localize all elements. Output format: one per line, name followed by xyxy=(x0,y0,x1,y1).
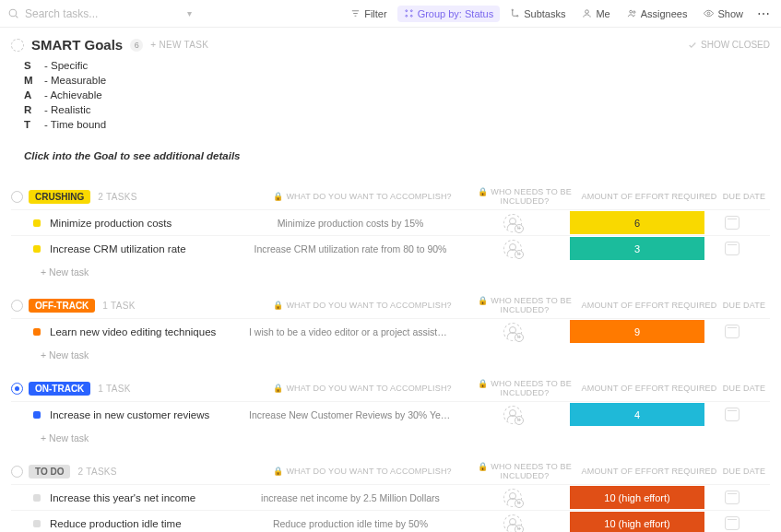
subtasks-label: Subtasks xyxy=(524,8,565,19)
task-effort[interactable]: 10 (high effort) xyxy=(568,512,706,532)
col-head-accomplish: 🔒WHAT DO YOU WANT TO ACCOMPLISH? xyxy=(255,384,469,393)
collapse-toggle[interactable] xyxy=(11,191,23,203)
task-row[interactable]: Minimize production costsMinimize produc… xyxy=(11,209,770,235)
task-who[interactable]: + xyxy=(457,214,568,232)
search-input[interactable] xyxy=(25,7,136,20)
task-accomplish: Minimize production costs by 15% xyxy=(243,218,457,229)
hint-text: Click into the Goal to see additional de… xyxy=(11,137,770,172)
show-button[interactable]: Show xyxy=(697,6,750,22)
assignees-label: Assignees xyxy=(641,8,688,19)
new-task-row[interactable]: + New task xyxy=(11,344,770,364)
group-head: OFF-TRACK1 TASK🔒WHAT DO YOU WANT TO ACCO… xyxy=(11,292,770,318)
task-row[interactable]: Increase this year's net incomeincrease … xyxy=(11,484,770,510)
status-pill[interactable]: TO DO xyxy=(29,465,70,479)
svg-point-9 xyxy=(512,9,513,10)
smart-word: - Achievable xyxy=(44,89,102,100)
new-task-row[interactable]: + New task xyxy=(11,427,770,447)
status-pill[interactable]: ON-TRACK xyxy=(29,382,90,396)
smart-word: - Realistic xyxy=(44,104,90,115)
effort-value: 4 xyxy=(570,403,704,426)
subtasks-button[interactable]: Subtasks xyxy=(503,6,572,22)
task-due[interactable] xyxy=(706,516,758,530)
task-accomplish: Reduce production idle time by 50% xyxy=(243,518,457,529)
new-task-link[interactable]: + NEW TASK xyxy=(150,40,208,50)
task-who[interactable]: + xyxy=(457,406,568,424)
groupby-label: Group by: Status xyxy=(418,8,494,19)
task-row[interactable]: Increase in new customer reviewsIncrease… xyxy=(11,401,770,427)
task-due[interactable] xyxy=(706,408,758,421)
show-closed-label: SHOW CLOSED xyxy=(701,40,770,50)
plus-icon: + xyxy=(515,416,524,425)
task-who[interactable]: + xyxy=(457,240,568,258)
task-due[interactable] xyxy=(706,216,758,230)
show-label: Show xyxy=(717,8,743,19)
task-effort[interactable]: 6 xyxy=(568,211,706,234)
status-ring-icon[interactable] xyxy=(11,39,24,52)
effort-value: 10 (high effort) xyxy=(570,512,704,532)
me-button[interactable]: Me xyxy=(575,6,616,22)
task-due[interactable] xyxy=(706,242,758,255)
task-accomplish: I wish to be a video editor or a project… xyxy=(243,326,457,337)
lock-icon: 🔒 xyxy=(273,467,283,476)
avatar-empty-icon: + xyxy=(503,489,522,507)
smart-list: S- SpecificM- MeasurableA- AchievableR- … xyxy=(11,56,770,137)
status-pill[interactable]: OFF-TRACK xyxy=(29,299,95,313)
plus-icon: + xyxy=(515,499,524,508)
task-effort[interactable]: 4 xyxy=(568,403,706,426)
task-name: Increase CRM utilization rate xyxy=(50,243,243,254)
group-task-count: 2 TASKS xyxy=(98,192,136,202)
collapse-toggle[interactable] xyxy=(11,466,23,478)
task-count-badge: 6 xyxy=(130,39,143,52)
smart-letter: R xyxy=(24,104,37,115)
lock-icon: 🔒 xyxy=(478,296,488,305)
smart-letter: T xyxy=(24,119,37,130)
task-effort[interactable]: 9 xyxy=(568,320,706,343)
status-pill[interactable]: CRUSHING xyxy=(29,190,90,204)
svg-point-14 xyxy=(708,12,711,15)
col-head-accomplish: 🔒WHAT DO YOU WANT TO ACCOMPLISH? xyxy=(255,301,469,310)
smart-letter: S xyxy=(24,60,37,71)
smart-row: R- Realistic xyxy=(24,102,770,117)
collapse-toggle[interactable] xyxy=(11,383,23,395)
chevron-down-icon[interactable]: ▾ xyxy=(187,8,192,18)
toolbar: Filter Group by: Status Subtasks Me Assi… xyxy=(344,6,774,22)
task-row[interactable]: Learn new video editing techniquesI wish… xyxy=(11,318,770,344)
column-heads: 🔒WHAT DO YOU WANT TO ACCOMPLISH?🔒WHO NEE… xyxy=(255,379,770,397)
task-effort[interactable]: 10 (high effort) xyxy=(568,486,706,509)
subtasks-icon xyxy=(510,8,520,18)
task-effort[interactable]: 3 xyxy=(568,237,706,260)
svg-point-7 xyxy=(410,10,412,12)
group-icon xyxy=(404,8,414,18)
task-row[interactable]: Increase CRM utilization rateIncrease CR… xyxy=(11,235,770,261)
search-icon xyxy=(7,7,19,19)
col-head-due: DUE DATE xyxy=(718,192,770,201)
plus-icon: + xyxy=(515,224,524,233)
column-heads: 🔒WHAT DO YOU WANT TO ACCOMPLISH?🔒WHO NEE… xyxy=(255,187,770,206)
task-group: CRUSHING2 TASKS🔒WHAT DO YOU WANT TO ACCO… xyxy=(11,183,770,281)
task-status-dot xyxy=(33,328,41,336)
show-closed-button[interactable]: SHOW CLOSED xyxy=(688,40,770,50)
lock-icon: 🔒 xyxy=(273,192,283,201)
collapse-toggle[interactable] xyxy=(11,300,23,312)
avatar-empty-icon: + xyxy=(503,240,522,258)
groupby-button[interactable]: Group by: Status xyxy=(397,6,501,22)
effort-value: 9 xyxy=(570,320,704,343)
svg-line-1 xyxy=(16,16,18,18)
svg-point-6 xyxy=(405,15,407,17)
calendar-icon xyxy=(725,242,740,255)
assignees-button[interactable]: Assignees xyxy=(621,6,694,22)
plus-icon: + xyxy=(515,525,524,533)
task-who[interactable]: + xyxy=(457,323,568,341)
task-row[interactable]: Reduce production idle timeReduce produc… xyxy=(11,510,770,532)
lock-icon: 🔒 xyxy=(478,379,488,388)
filter-button[interactable]: Filter xyxy=(344,6,393,22)
column-heads: 🔒WHAT DO YOU WANT TO ACCOMPLISH?🔒WHO NEE… xyxy=(255,462,770,480)
group-head: CRUSHING2 TASKS🔒WHAT DO YOU WANT TO ACCO… xyxy=(11,183,770,209)
new-task-row[interactable]: + New task xyxy=(11,261,770,281)
column-heads: 🔒WHAT DO YOU WANT TO ACCOMPLISH?🔒WHO NEE… xyxy=(255,296,770,314)
task-who[interactable]: + xyxy=(457,514,568,533)
task-who[interactable]: + xyxy=(457,489,568,507)
task-due[interactable] xyxy=(706,325,758,338)
task-due[interactable] xyxy=(706,491,758,504)
more-icon[interactable]: ⋯ xyxy=(753,6,774,21)
